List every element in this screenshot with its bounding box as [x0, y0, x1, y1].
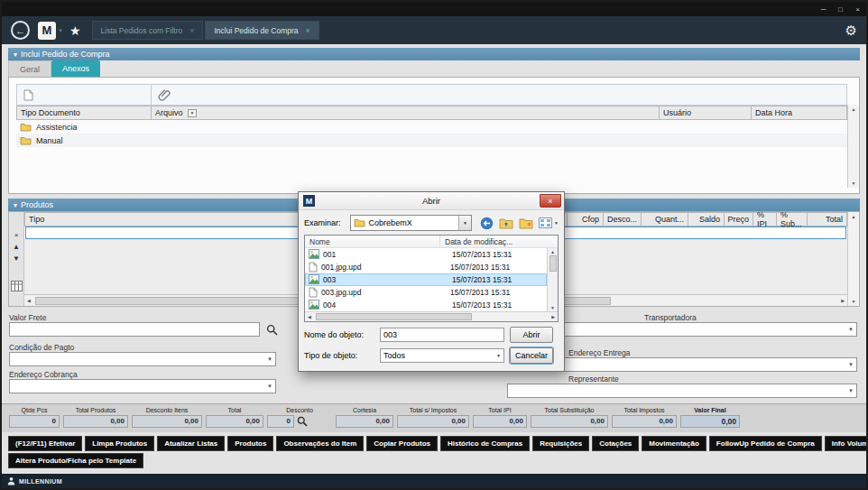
- combo-dropdown-icon[interactable]: ▼: [458, 216, 471, 230]
- scroll-down-icon[interactable]: ▼: [852, 299, 856, 304]
- paperclip-icon[interactable]: [158, 88, 171, 102]
- window-close-button[interactable]: ×: [849, 3, 866, 15]
- cancelar-button[interactable]: Cancelar: [510, 347, 553, 364]
- scrollbar-thumb[interactable]: [316, 313, 473, 320]
- filter-icon[interactable]: ▼: [188, 109, 198, 117]
- logo-caret-icon[interactable]: ▼: [58, 28, 63, 33]
- back-button[interactable]: ←: [11, 21, 30, 40]
- column-header-ipi[interactable]: % IPI: [753, 212, 777, 227]
- requisicoes-button[interactable]: Requisições: [532, 436, 589, 451]
- info-volume-button[interactable]: Info Volume: [825, 436, 868, 451]
- collapse-icon[interactable]: ▾: [14, 51, 17, 59]
- column-header-arquivo[interactable]: Arquivo ▼: [152, 106, 660, 120]
- altera-produto-template-button[interactable]: Altera Produto/Ficha pelo Template: [8, 453, 143, 468]
- file-row[interactable]: 004 15/07/2013 15:31: [305, 299, 547, 311]
- tab-anexos[interactable]: Anexos: [51, 60, 100, 77]
- file-row[interactable]: 001 15/07/2013 15:31: [305, 248, 547, 261]
- tipo-objeto-select[interactable]: Todos ▼: [380, 348, 504, 363]
- column-header-usuario[interactable]: Usuário: [660, 106, 752, 120]
- column-header-nome[interactable]: Nome: [305, 236, 440, 247]
- atualizar-listas-button[interactable]: Atualizar Listas: [157, 436, 225, 451]
- produtos-row-tools: × ▲ ▼: [9, 212, 24, 306]
- folder-combobox[interactable]: CobrebemX ▼: [350, 215, 472, 231]
- tab-close-icon[interactable]: ×: [306, 26, 310, 35]
- scroll-left-icon[interactable]: ◀: [24, 298, 33, 303]
- scroll-up-icon[interactable]: ▲: [550, 249, 555, 254]
- move-row-up-button[interactable]: ▲: [13, 244, 20, 251]
- valor-frete-input[interactable]: [9, 322, 260, 337]
- settings-gear-icon[interactable]: ⚙: [845, 23, 857, 39]
- file-date: 15/07/2013 15:31: [450, 288, 510, 297]
- cotacoes-button[interactable]: Cotações: [592, 436, 639, 451]
- produtos-button[interactable]: Produtos: [227, 436, 273, 451]
- anexos-row-assistencia[interactable]: Assistencia: [16, 120, 847, 134]
- historico-de-compras-button[interactable]: Histórico de Compras: [440, 436, 530, 451]
- total-value: 0: [9, 415, 60, 428]
- remove-row-button[interactable]: ×: [14, 232, 19, 239]
- column-header-quantidade[interactable]: Quant...: [642, 212, 688, 227]
- collapse-icon[interactable]: ▾: [14, 201, 17, 209]
- column-header-data-hora[interactable]: Data Hora: [752, 106, 847, 120]
- view-menu-icon[interactable]: [539, 217, 552, 228]
- column-header-total[interactable]: Total: [808, 212, 847, 227]
- file-row-selected[interactable]: 003 15/07/2013 15:31: [305, 273, 547, 286]
- tab-inclui-pedido-de-compra[interactable]: Inclui Pedido de Compra ×: [205, 21, 319, 40]
- tab-lista-pedidos-com-filtro[interactable]: Lista Pedidos com Filtro ×: [92, 21, 204, 40]
- column-header-saldo[interactable]: Saldo: [688, 212, 725, 227]
- total-value[interactable]: 0: [267, 415, 294, 428]
- new-document-cell[interactable]: [16, 84, 152, 106]
- scroll-down-icon[interactable]: ▼: [550, 305, 555, 310]
- move-row-down-button[interactable]: ▼: [13, 255, 20, 263]
- favorites-star-icon[interactable]: ★: [69, 23, 81, 38]
- column-header-cfop[interactable]: Cfop: [568, 212, 604, 227]
- file-row[interactable]: 001.jpg.upd 15/07/2013 15:31: [305, 261, 547, 273]
- limpa-produtos-button[interactable]: Limpa Produtos: [85, 436, 154, 451]
- section-header-inclui-pedido[interactable]: ▾Inclui Pedido de Compra: [8, 48, 860, 60]
- back-navigation-icon[interactable]: [480, 217, 494, 230]
- scroll-left-icon[interactable]: ◀: [305, 314, 314, 319]
- dialog-close-button[interactable]: ×: [540, 194, 561, 208]
- minimize-button[interactable]: ─: [815, 3, 832, 15]
- file-list-vertical-scrollbar[interactable]: ▲ ▼: [547, 248, 558, 311]
- maximize-button[interactable]: □: [832, 3, 849, 15]
- attach-file-cell[interactable]: [152, 84, 847, 106]
- condicao-pagto-select[interactable]: ▼: [9, 352, 276, 366]
- nome-objeto-input[interactable]: [380, 328, 504, 342]
- column-header-preco[interactable]: Preço: [725, 212, 753, 227]
- observacoes-do-item-button[interactable]: Observações do Item: [276, 436, 364, 451]
- file-row[interactable]: 003.jpg.upd 15/07/2013 15:31: [305, 286, 547, 299]
- produtos-vertical-scrollbar[interactable]: ▲ ▼: [847, 212, 859, 306]
- search-icon[interactable]: [266, 324, 278, 336]
- view-menu-group[interactable]: ▼: [539, 217, 559, 228]
- movimentacao-button[interactable]: Movimentação: [642, 436, 706, 451]
- tab-close-icon[interactable]: ×: [189, 26, 194, 35]
- scrollbar-thumb[interactable]: [549, 255, 557, 272]
- up-one-level-icon[interactable]: [499, 217, 513, 229]
- endereco-cobranca-select[interactable]: ▼: [9, 379, 276, 393]
- scroll-up-icon[interactable]: ▲: [852, 214, 856, 219]
- copiar-produtos-button[interactable]: Copiar Produtos: [366, 436, 438, 451]
- efetivar-button[interactable]: (F12/F11) Efetivar: [8, 436, 82, 451]
- tab-geral[interactable]: Geral: [8, 60, 51, 77]
- file-list-horizontal-scrollbar[interactable]: ◀ ▶: [305, 311, 558, 321]
- column-header-tipo-documento[interactable]: Tipo Documento: [16, 106, 152, 120]
- column-header-substituicao[interactable]: % Sub...: [777, 212, 808, 227]
- new-folder-icon[interactable]: [519, 217, 533, 229]
- search-icon[interactable]: [297, 416, 308, 427]
- scroll-down-icon[interactable]: ▼: [852, 180, 856, 186]
- scroll-up-icon[interactable]: ▲: [852, 106, 856, 112]
- column-header-desconto[interactable]: Desco...: [604, 212, 642, 227]
- millennium-logo-icon[interactable]: M: [38, 22, 56, 40]
- abrir-button[interactable]: Abrir: [510, 327, 553, 343]
- total-label: Total Produtos: [63, 406, 128, 415]
- anexos-row-manual[interactable]: Manual: [16, 134, 847, 147]
- scroll-right-icon[interactable]: ▶: [838, 298, 847, 303]
- anexos-vertical-scrollbar[interactable]: ▲ ▼: [847, 105, 859, 188]
- column-header-data-modificacao[interactable]: Data de modificaç...: [440, 236, 558, 247]
- new-document-icon[interactable]: [23, 89, 33, 101]
- followup-pedido-button[interactable]: FollowUp Pedido de Compra: [709, 436, 822, 451]
- representante-select[interactable]: ▼: [507, 384, 857, 398]
- grid-template-icon[interactable]: [11, 281, 23, 291]
- dialog-titlebar[interactable]: M Abrir ×: [299, 192, 564, 210]
- scroll-right-icon[interactable]: ▶: [549, 314, 558, 319]
